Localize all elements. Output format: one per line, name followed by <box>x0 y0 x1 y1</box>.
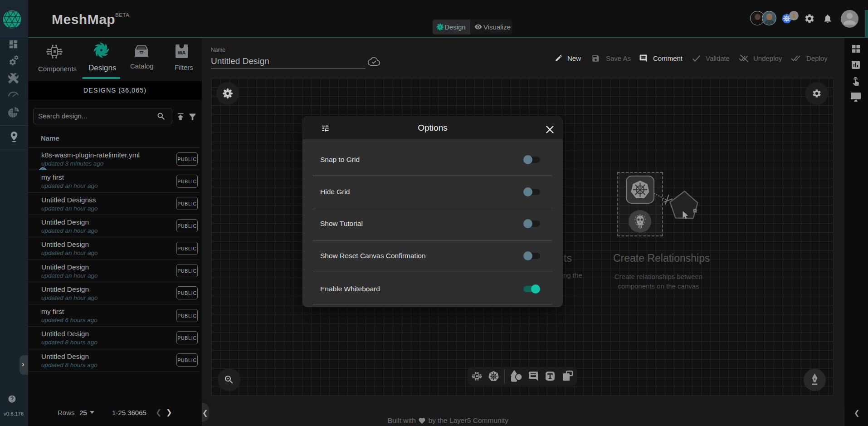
svg-text:WA: WA <box>178 50 186 55</box>
